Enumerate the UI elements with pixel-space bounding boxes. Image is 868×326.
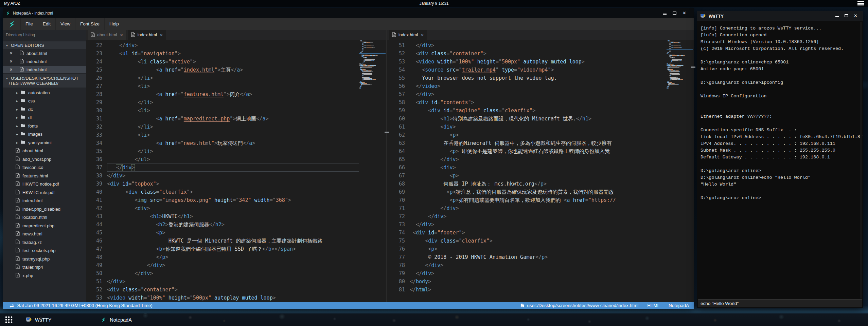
code-line[interactable]: <a href="features.html">簡介</a> [107,90,359,98]
tab-close-icon[interactable]: ✕ [120,33,123,37]
tree-file-item[interactable]: testmysql.php [3,255,86,263]
menu-item-font-size[interactable]: Font Size [75,18,105,30]
hamburger-menu-icon[interactable] [857,1,864,6]
code-line[interactable]: <p> [410,131,667,139]
status-app-name[interactable]: NotepadA [669,303,689,308]
open-editor-item[interactable]: ✕index.html [3,58,86,65]
code-line[interactable]: </li> [107,123,359,131]
code-line[interactable]: <div id="contents"> [410,98,667,107]
window-resize-handle[interactable] [691,66,695,68]
code-line[interactable]: <p>請注意，我們的伺服器為確保玩家及遊玩時的質素，我們對的服器開放 [410,188,667,196]
wstty-maximize-button[interactable] [845,14,848,17]
code-line[interactable]: 在香港的Minecraft 伺服器中，多為小遊戲和純生存的伺服器，較少擁有 [410,139,667,147]
code-line[interactable]: <source src="trailer.mp4" type="video/mp… [410,66,667,74]
code-line[interactable]: </video> [410,82,667,90]
close-icon[interactable]: ✕ [10,51,14,56]
code-line[interactable]: </div> [410,261,667,269]
code-line[interactable]: <ul id="navigation"> [107,50,359,58]
code-line[interactable]: </div> [410,204,667,212]
code-line[interactable]: </p> [107,253,359,261]
tree-folder-item[interactable]: ▸images [3,131,86,138]
code-line[interactable]: </div> [107,172,359,180]
close-icon[interactable]: ✕ [10,68,14,72]
code-line[interactable]: </div> [107,277,359,286]
open-editors-header[interactable]: ▾OPEN EDITORS [3,41,86,49]
status-file-path[interactable]: ω user:/Desktop/screenshot/test/www clea… [520,303,638,308]
code-line[interactable]: <h2>香港的建築伺服器</h2> [107,220,359,229]
code-line[interactable]: <p> 即使你不是建築師，你也能透過紅石師或鐵路工程師的身份加入我 [410,147,667,155]
code-line[interactable]: <h1>HKWTC</h1> [107,212,359,220]
taskbar-item-wstty[interactable]: WsTTY [26,317,51,323]
tree-file-item[interactable]: favicon.ico [3,164,86,171]
code-line[interactable]: <li class="active"> [107,58,359,66]
code-line[interactable]: </div> [107,41,359,50]
tree-folder-item[interactable]: ▸css [3,97,86,105]
code-line[interactable]: 伺服器 IP 地址為： mcs.hkwtc.org</p> [410,180,667,188]
tree-file-item[interactable]: features.html [3,172,86,179]
code-line[interactable]: <p> [107,229,359,237]
code-line[interactable]: </div> [410,269,667,277]
tree-file-item[interactable]: location.html [3,214,86,221]
tab-close-icon[interactable]: ✕ [421,33,424,37]
code-line[interactable]: <a href="mapredirect.php">網上地圖</a> [107,115,359,123]
code-line[interactable]: <a href="news.html">玩家傳送門</a> [107,139,359,147]
wstty-close-button[interactable]: ✕ [854,14,857,18]
code-line[interactable]: <li> [107,82,359,90]
tree-file-item[interactable]: x.php [3,272,86,279]
tree-file-item[interactable]: add_vhost.php [3,155,86,163]
wstty-titlebar[interactable]: WsTTY ✕ [697,11,863,21]
notepada-titlebar[interactable]: NotepadA - index.html ✕ [3,8,694,18]
editor-group-left[interactable]: about.html✕index.html✕222324252627282930… [86,30,386,302]
code-line[interactable]: <video width="100%" height="500px" autop… [107,294,359,302]
tree-file-item[interactable]: about.html [3,147,86,155]
code-line[interactable]: </html> [410,286,667,294]
code-line[interactable]: <div> [410,123,667,131]
code-line[interactable]: © 2018 - 2019 HKWTC Animation Gamer</p> [410,253,667,261]
code-line[interactable]: </div> [107,164,359,172]
tree-file-item[interactable]: trailer.mp4 [3,264,86,271]
code-line[interactable]: <b>你知道我們全線伺服器已轉用 SSD 了嗎？</b></span> [107,245,359,253]
code-line[interactable]: HKWTC 是一個 Minecraft 的建築伺服器，主要建築計劃包括鐵路 [107,237,359,245]
code-line[interactable]: <div class="container"> [410,50,667,58]
code-line[interactable]: </ul> [107,155,359,164]
code-line[interactable]: <p> [410,245,667,253]
code-line[interactable]: </li> [107,147,359,155]
editor-group-right[interactable]: index.html✕51525354555657585960616263646… [387,30,694,302]
tree-folder-item[interactable]: ▸dl [3,114,86,121]
code-line[interactable]: Your browser does not support the video … [410,74,667,82]
code-line[interactable]: <div class="container"> [107,286,359,294]
wstty-minimize-button[interactable] [835,16,839,17]
code-line[interactable]: <li> [107,131,359,139]
tree-file-item[interactable]: mapredirect.php [3,222,86,229]
tree-folder-item[interactable]: ▸dc [3,106,86,113]
code-line[interactable]: </div> [410,220,667,229]
code-content[interactable]: </div> <ul id="navigation"> <li class="a… [107,41,359,302]
code-line[interactable]: <img src="images/box.png" height="342" w… [107,196,359,204]
code-line[interactable]: </div> [107,269,359,277]
status-language[interactable]: HTML [647,303,660,308]
code-line[interactable]: <div id="footer"> [410,229,667,237]
code-line[interactable]: <div> [410,164,667,172]
tree-file-item[interactable]: HKWTC rule.pdf [3,189,86,196]
minimap[interactable] [359,40,386,302]
terminal-command-input[interactable] [698,299,862,307]
minimize-button[interactable] [663,14,667,15]
tree-file-item[interactable]: index.html [3,197,86,205]
code-content[interactable]: </div> <div class="container"> <video wi… [410,41,667,294]
code-line[interactable]: <p> [410,172,667,180]
terminal-scrollbar[interactable] [860,22,862,299]
code-line[interactable]: <a href="index.html">主頁</a> [107,66,359,74]
app-grid-icon[interactable] [5,316,13,324]
code-line[interactable]: </div> [107,261,359,269]
code-line[interactable]: </div> [410,212,667,220]
code-line[interactable]: <div class="clearfix"> [107,188,359,196]
tree-file-item[interactable]: index.php_disabled [3,205,86,213]
split-drag-handle[interactable] [385,132,389,133]
code-line[interactable]: </li> [107,74,359,82]
code-line[interactable]: <p>如有問題或需要申請白名單，歡迎加入我們的 <a href="https:/… [410,196,667,204]
open-editor-item[interactable]: ✕index.html [3,66,86,73]
menu-item-file[interactable]: File [20,18,38,30]
menu-item-help[interactable]: Help [105,18,124,30]
code-line[interactable]: <h1>特別為建築及鐵路而設，現代化的 Minecraft 世界.</h1> [410,115,667,123]
code-line[interactable]: </div> [410,155,667,164]
